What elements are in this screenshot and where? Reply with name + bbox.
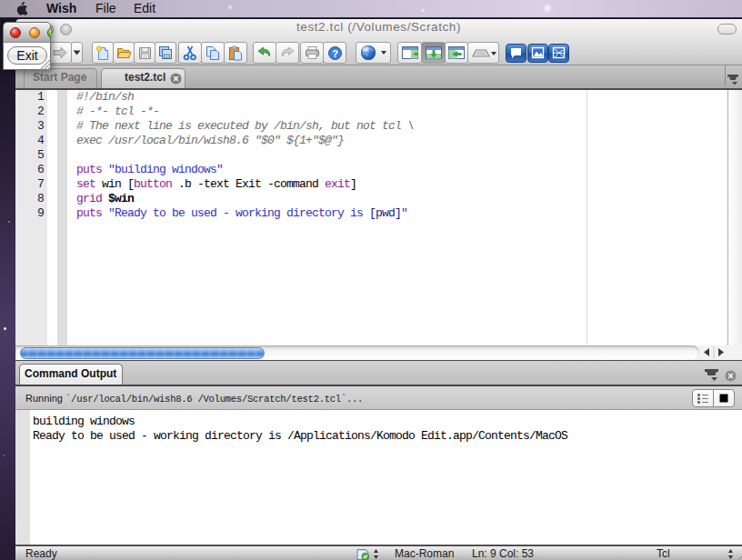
svg-text:?: ? (332, 47, 338, 58)
